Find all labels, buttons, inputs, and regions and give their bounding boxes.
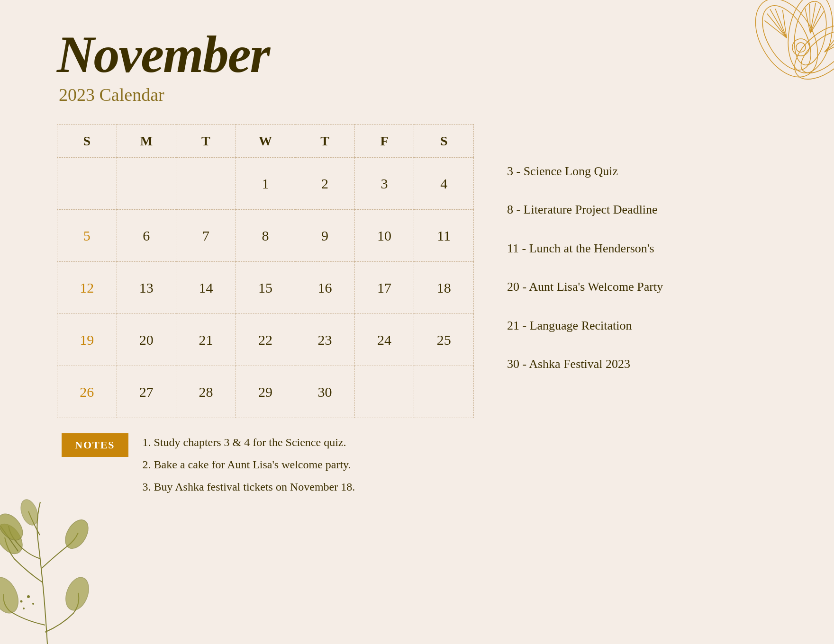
event-item-2: 11 - Lunch at the Henderson's	[502, 230, 796, 268]
calendar-week-1: 567891011	[57, 210, 474, 262]
events-section: 3 - Science Long Quiz8 - Literature Proj…	[502, 124, 796, 616]
calendar-cell-3-5: 24	[354, 314, 414, 366]
calendar-cell-0-1	[117, 158, 176, 210]
calendar-cell-4-2: 28	[176, 366, 236, 418]
day-header-6: S	[414, 125, 474, 158]
calendar-cell-0-3: 1	[236, 158, 295, 210]
calendar-cell-4-6	[414, 366, 474, 418]
event-item-5: 30 - Ashka Festival 2023	[502, 345, 796, 384]
calendar-cell-1-4: 9	[295, 210, 355, 262]
notes-section: NOTES 1. Study chapters 3 & 4 for the Sc…	[57, 432, 474, 500]
calendar-cell-2-1: 13	[117, 262, 176, 314]
calendar-cell-0-5: 3	[354, 158, 414, 210]
calendar-cell-0-6: 4	[414, 158, 474, 210]
main-container: November 2023 Calendar SMTWTFS 123456789…	[0, 0, 834, 644]
calendar-section: SMTWTFS 12345678910111213141516171819202…	[57, 124, 474, 616]
calendar-cell-0-2	[176, 158, 236, 210]
calendar-cell-1-0: 5	[57, 210, 117, 262]
calendar-cell-4-0: 26	[57, 366, 117, 418]
note-item-2: 2. Bake a cake for Aunt Lisa's welcome p…	[143, 455, 355, 475]
day-header-3: W	[236, 125, 295, 158]
event-item-1: 8 - Literature Project Deadline	[502, 191, 796, 229]
day-header-0: S	[57, 125, 117, 158]
calendar-week-0: 1234	[57, 158, 474, 210]
day-header-2: T	[176, 125, 236, 158]
calendar-cell-3-2: 21	[176, 314, 236, 366]
event-item-0: 3 - Science Long Quiz	[502, 152, 796, 191]
note-item-1: 1. Study chapters 3 & 4 for the Science …	[143, 432, 355, 453]
calendar-cell-3-4: 23	[295, 314, 355, 366]
calendar-cell-0-0	[57, 158, 117, 210]
calendar-cell-1-3: 8	[236, 210, 295, 262]
calendar-cell-0-4: 2	[295, 158, 355, 210]
calendar-week-4: 2627282930	[57, 366, 474, 418]
calendar-cell-3-0: 19	[57, 314, 117, 366]
note-item-3: 3. Buy Ashka festival tickets on Novembe…	[143, 477, 355, 497]
calendar-header-row: SMTWTFS	[57, 125, 474, 158]
notes-badge: NOTES	[62, 433, 128, 457]
calendar-cell-1-2: 7	[176, 210, 236, 262]
calendar-cell-2-5: 17	[354, 262, 414, 314]
calendar-cell-2-4: 16	[295, 262, 355, 314]
month-title: November	[57, 28, 796, 80]
event-item-4: 21 - Language Recitation	[502, 307, 796, 345]
title-section: November 2023 Calendar	[57, 28, 796, 105]
calendar-cell-3-6: 25	[414, 314, 474, 366]
calendar-cell-4-1: 27	[117, 366, 176, 418]
calendar-cell-1-1: 6	[117, 210, 176, 262]
calendar-cell-2-3: 15	[236, 262, 295, 314]
year-subtitle: 2023 Calendar	[59, 84, 796, 105]
calendar-week-3: 19202122232425	[57, 314, 474, 366]
day-header-5: F	[354, 125, 414, 158]
calendar-cell-2-2: 14	[176, 262, 236, 314]
calendar-body: 1234567891011121314151617181920212223242…	[57, 158, 474, 418]
calendar-cell-3-3: 22	[236, 314, 295, 366]
event-item-3: 20 - Aunt Lisa's Welcome Party	[502, 268, 796, 306]
calendar-week-2: 12131415161718	[57, 262, 474, 314]
calendar-cell-4-3: 29	[236, 366, 295, 418]
calendar-cell-1-5: 10	[354, 210, 414, 262]
calendar-table: SMTWTFS 12345678910111213141516171819202…	[57, 124, 474, 418]
calendar-cell-4-5	[354, 366, 414, 418]
day-header-4: T	[295, 125, 355, 158]
calendar-cell-1-6: 11	[414, 210, 474, 262]
content-area: SMTWTFS 12345678910111213141516171819202…	[57, 124, 796, 616]
notes-content: 1. Study chapters 3 & 4 for the Science …	[143, 432, 355, 500]
calendar-cell-2-0: 12	[57, 262, 117, 314]
calendar-cell-4-4: 30	[295, 366, 355, 418]
calendar-cell-3-1: 20	[117, 314, 176, 366]
calendar-cell-2-6: 18	[414, 262, 474, 314]
day-header-1: M	[117, 125, 176, 158]
